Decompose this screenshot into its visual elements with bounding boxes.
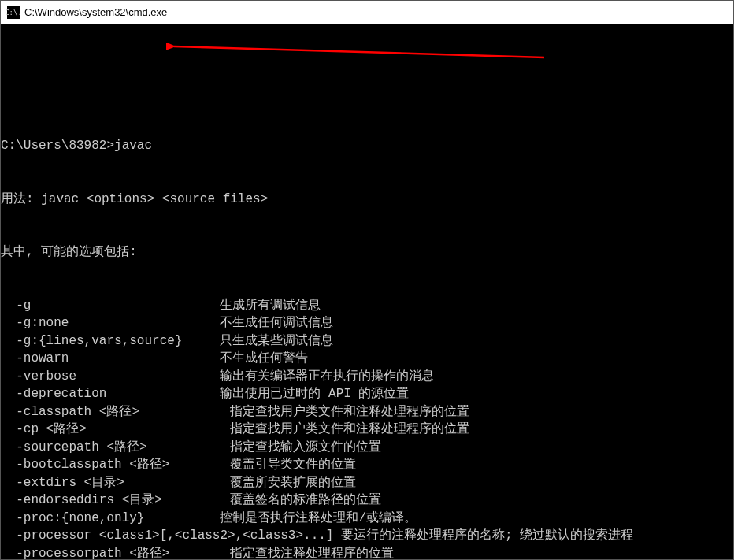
option-line: -verbose 输出有关编译器正在执行的操作的消息 bbox=[1, 368, 733, 386]
option-desc: 指定查找用户类文件和注释处理程序的位置 bbox=[230, 405, 469, 419]
option-desc: 控制是否执行注释处理和/或编译。 bbox=[220, 511, 417, 525]
option-flag: -processor <class1>[,<class2>,<class3>..… bbox=[1, 528, 341, 543]
command-text: javac bbox=[114, 139, 152, 153]
prompt-text: C:\Users\83982> bbox=[1, 139, 114, 153]
option-desc: 要运行的注释处理程序的名称; 绕过默认的搜索进程 bbox=[341, 528, 633, 543]
option-desc: 覆盖所安装扩展的位置 bbox=[230, 476, 356, 490]
option-desc: 指定查找用户类文件和注释处理程序的位置 bbox=[230, 422, 469, 436]
option-line: -cp <路径> 指定查找用户类文件和注释处理程序的位置 bbox=[1, 421, 733, 439]
option-flag: -classpath <路径> bbox=[1, 405, 230, 419]
option-desc: 不生成任何调试信息 bbox=[220, 316, 333, 330]
option-line: -nowarn 不生成任何警告 bbox=[1, 350, 733, 368]
option-flag: -g:none bbox=[1, 316, 220, 330]
svg-line-1 bbox=[174, 46, 544, 57]
options-header: 其中, 可能的选项包括: bbox=[1, 243, 733, 261]
option-line: -endorseddirs <目录> 覆盖签名的标准路径的位置 bbox=[1, 491, 733, 510]
option-flag: -extdirs <目录> bbox=[1, 476, 230, 490]
usage-line: 用法: javac <options> <source files> bbox=[1, 191, 733, 209]
option-desc: 指定查找输入源文件的位置 bbox=[230, 440, 381, 454]
option-line: -proc:{none,only} 控制是否执行注释处理和/或编译。 bbox=[1, 510, 733, 528]
option-line: -g:none 不生成任何调试信息 bbox=[1, 314, 733, 332]
option-flag: -proc:{none,only} bbox=[1, 511, 220, 525]
titlebar[interactable]: C:\. C:\Windows\system32\cmd.exe bbox=[1, 1, 733, 24]
option-desc: 生成所有调试信息 bbox=[220, 299, 321, 313]
prompt-line: C:\Users\83982>javac bbox=[1, 137, 733, 155]
option-line: -bootclasspath <路径> 覆盖引导类文件的位置 bbox=[1, 456, 733, 474]
option-line: -processorpath <路径> 指定查找注释处理程序的位置 bbox=[1, 545, 733, 560]
option-flag: -g bbox=[1, 299, 220, 313]
cmd-window: C:\. C:\Windows\system32\cmd.exe C:\User… bbox=[0, 0, 734, 560]
option-flag: -endorseddirs <目录> bbox=[1, 493, 230, 507]
option-line: -classpath <路径> 指定查找用户类文件和注释处理程序的位置 bbox=[1, 403, 733, 421]
option-desc: 输出有关编译器正在执行的操作的消息 bbox=[220, 369, 434, 384]
option-flag: -deprecation bbox=[1, 387, 220, 401]
option-desc: 指定查找注释处理程序的位置 bbox=[230, 547, 394, 560]
option-line: -extdirs <目录> 覆盖所安装扩展的位置 bbox=[1, 474, 733, 492]
option-line: -sourcepath <路径> 指定查找输入源文件的位置 bbox=[1, 439, 733, 457]
option-desc: 覆盖引导类文件的位置 bbox=[230, 458, 356, 472]
option-desc: 只生成某些调试信息 bbox=[220, 334, 333, 348]
cmd-icon: C:\. bbox=[7, 6, 20, 19]
window-title: C:\Windows\system32\cmd.exe bbox=[24, 6, 167, 18]
option-desc: 覆盖签名的标准路径的位置 bbox=[230, 493, 381, 507]
option-line: -g:{lines,vars,source} 只生成某些调试信息 bbox=[1, 332, 733, 350]
annotation-arrow bbox=[166, 43, 544, 59]
option-flag: -sourcepath <路径> bbox=[1, 440, 230, 454]
option-flag: -processorpath <路径> bbox=[1, 547, 230, 560]
option-desc: 不生成任何警告 bbox=[220, 351, 308, 365]
options-list: -g 生成所有调试信息 -g:none 不生成任何调试信息 -g:{lines,… bbox=[1, 297, 733, 560]
option-flag: -verbose bbox=[1, 369, 220, 384]
option-flag: -g:{lines,vars,source} bbox=[1, 334, 220, 348]
terminal-area[interactable]: C:\Users\83982>javac 用法: javac <options>… bbox=[1, 24, 733, 559]
option-flag: -nowarn bbox=[1, 351, 220, 365]
option-desc: 输出使用已过时的 API 的源位置 bbox=[220, 387, 409, 401]
option-line: -g 生成所有调试信息 bbox=[1, 297, 733, 315]
option-flag: -bootclasspath <路径> bbox=[1, 458, 230, 472]
option-line: -deprecation 输出使用已过时的 API 的源位置 bbox=[1, 385, 733, 403]
option-flag: -cp <路径> bbox=[1, 422, 230, 436]
blank-line bbox=[1, 84, 733, 102]
option-line: -processor <class1>[,<class2>,<class3>..… bbox=[1, 527, 733, 545]
